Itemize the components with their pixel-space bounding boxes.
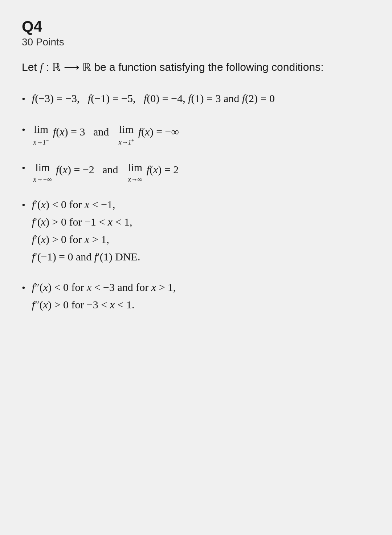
condition-4: • f′(x) < 0 for x < −1, f′(x) > 0 for −1… — [22, 196, 370, 266]
condition-1: • f(−3) = −3, f(−1) = −5, f(0) = −4, f(1… — [22, 90, 370, 108]
bullet-5: • — [22, 280, 25, 296]
bullet-3: • — [22, 160, 25, 177]
question-points: 30 Points — [22, 36, 370, 48]
condition-2-content: lim x→1− f(x) = 3 and lim x→1+ f(x) = −∞ — [32, 121, 179, 146]
conditions-list: • f(−3) = −3, f(−1) = −5, f(0) = −4, f(1… — [22, 90, 370, 313]
question-number: Q4 — [22, 18, 370, 35]
condition-3: • lim x→−∞ f(x) = −2 and lim x→∞ f(x) = … — [22, 159, 370, 183]
intro-text: Let f : ℝ ⟶ ℝ be a function satisfying t… — [22, 59, 370, 75]
condition-1-content: f(−3) = −3, f(−1) = −5, f(0) = −4, f(1) … — [32, 90, 275, 107]
bullet-2: • — [22, 122, 25, 138]
condition-5: • f″(x) < 0 for x < −3 and for x > 1, f″… — [22, 279, 370, 313]
condition-3-content: lim x→−∞ f(x) = −2 and lim x→∞ f(x) = 2 — [32, 159, 179, 183]
condition-2: • lim x→1− f(x) = 3 and lim x→1+ f(x) = … — [22, 121, 370, 146]
bullet-4: • — [22, 197, 25, 214]
bullet-1: • — [22, 91, 25, 108]
condition-4-content: f′(x) < 0 for x < −1, f′(x) > 0 for −1 <… — [32, 196, 140, 266]
condition-5-content: f″(x) < 0 for x < −3 and for x > 1, f″(x… — [32, 279, 176, 313]
